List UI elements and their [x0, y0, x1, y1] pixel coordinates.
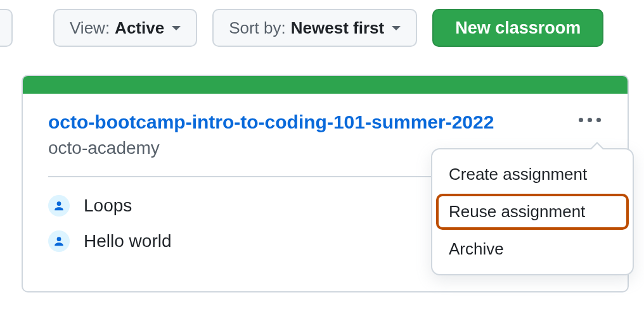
person-icon	[48, 230, 70, 252]
menu-item-reuse-assignment[interactable]: Reuse assignment	[432, 193, 633, 230]
sort-label: Sort by:	[229, 18, 286, 38]
chevron-down-icon	[392, 26, 401, 30]
kebab-dropdown-menu: Create assignment Reuse assignment Archi…	[431, 148, 634, 275]
chevron-down-icon	[172, 26, 181, 30]
classroom-card-body: octo-bootcamp-intro-to-coding-101-summer…	[23, 94, 628, 291]
assignment-name: Hello world	[84, 231, 172, 251]
assignment-name: Loops	[84, 196, 132, 216]
hidden-left-control[interactable]	[0, 9, 13, 47]
menu-item-create-assignment[interactable]: Create assignment	[432, 156, 633, 193]
person-icon	[48, 195, 70, 217]
view-filter-value: Active	[115, 18, 164, 38]
sort-value: Newest first	[291, 18, 384, 38]
sort-dropdown[interactable]: Sort by: Newest first	[212, 9, 417, 47]
view-filter-dropdown[interactable]: View: Active	[53, 9, 197, 47]
classroom-card-stripe	[23, 76, 628, 94]
new-classroom-button[interactable]: New classroom	[432, 9, 603, 47]
classroom-list: octo-bootcamp-intro-to-coding-101-summer…	[0, 56, 644, 292]
menu-item-archive[interactable]: Archive	[432, 230, 633, 268]
kebab-menu-button[interactable]	[575, 114, 605, 126]
classroom-card: octo-bootcamp-intro-to-coding-101-summer…	[22, 75, 629, 292]
toolbar: View: Active Sort by: Newest first New c…	[0, 0, 644, 56]
classroom-title-link[interactable]: octo-bootcamp-intro-to-coding-101-summer…	[48, 111, 494, 133]
view-filter-label: View:	[70, 18, 110, 38]
